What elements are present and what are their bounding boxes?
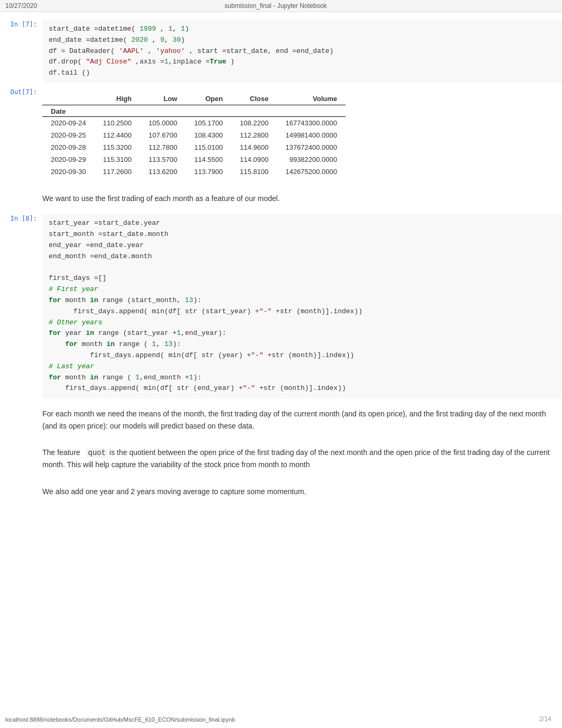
code-line: df = DataReader( 'AAPL' , 'yahoo' , star…: [49, 46, 556, 57]
code-line: start_date =datetime( 1999 , 1, 1): [49, 24, 556, 35]
cell-in8: In [8]: start_year =start_date.year star…: [0, 212, 562, 401]
cell-date: 2020-09-25: [42, 129, 95, 141]
cell-high: 112.4400: [95, 129, 140, 141]
cell-low: 113.6200: [140, 166, 186, 178]
cell-date: 2020-09-29: [42, 153, 95, 166]
col-header-volume: Volume: [277, 93, 346, 105]
output-out7: High Low Open Close Volume Date: [42, 87, 562, 183]
cell-high: 115.3100: [95, 153, 140, 166]
index-spacer: [277, 105, 346, 116]
code-line: df.drop( "Adj Close" ,axis =1,inplace =T…: [49, 57, 556, 68]
browser-bar: 10/27/2020 submission_final - Jupyter No…: [0, 0, 562, 12]
cell-open: 108.4300: [186, 129, 231, 141]
col-header-high: High: [95, 93, 140, 105]
table-row: 2020-09-30 117.2600 113.6200 113.7900 11…: [42, 166, 346, 178]
text-row-1: We want to use the first trading of each…: [0, 185, 562, 212]
text-row-2: For each month we need the means of the …: [0, 401, 562, 439]
text-row-4: We also add one year and 2 years moving …: [0, 478, 562, 505]
table-row: 2020-09-29 115.3100 113.5700 114.5500 11…: [42, 153, 346, 166]
prompt-empty-1: [0, 187, 42, 188]
code-in8: start_year =start_date.year start_month …: [42, 214, 562, 398]
table-index-row: Date: [42, 105, 346, 116]
code-line: end_month =end_date.month: [49, 251, 556, 262]
cell-date: 2020-09-28: [42, 141, 95, 153]
cell-close: 112.2800: [231, 129, 277, 141]
browser-title: submission_final - Jupyter Notebook: [37, 2, 514, 10]
code-line: start_month =start_date.month: [49, 229, 556, 240]
col-header-low: Low: [140, 93, 186, 105]
cell-close: 115.8100: [231, 166, 277, 178]
prompt-empty-4: [0, 480, 42, 481]
table-row: 2020-09-28 115.3200 112.7800 115.0100 11…: [42, 141, 346, 153]
code-line: first_days.append( min(df[ str (year) +"…: [49, 350, 556, 361]
code-line: for month in range (start_month, 13):: [49, 295, 556, 306]
index-spacer: [231, 105, 277, 116]
cell-volume: 137672400.0000: [277, 141, 346, 153]
cell-high: 117.2600: [95, 166, 140, 178]
cell-out7: Out[7]: High Low Open Close Volume Date: [0, 85, 562, 185]
cell-low: 112.7800: [140, 141, 186, 153]
code-line: end_year =end_date.year: [49, 240, 556, 251]
code-line: for month in range ( 1,end_month +1):: [49, 372, 556, 384]
prompt-in8: In [8]:: [0, 214, 42, 222]
prompt-empty-3: [0, 441, 42, 442]
text-paragraph-4: We also add one year and 2 years moving …: [42, 480, 562, 503]
table-row: 2020-09-25 112.4400 107.6700 108.4300 11…: [42, 129, 346, 141]
code-line: # First year: [49, 284, 556, 295]
text-paragraph-1: We want to use the first trading of each…: [42, 187, 562, 210]
text-paragraph-3: The feature quot is the quotient between…: [42, 441, 562, 476]
cell-open: 114.5500: [186, 153, 231, 166]
cell-high: 115.3200: [95, 141, 140, 153]
text-paragraph-2: For each month we need the means of the …: [42, 403, 562, 437]
code-line: start_year =start_date.year: [49, 218, 556, 229]
index-label: Date: [42, 105, 95, 116]
code-line: end_date =datetime( 2020 , 9, 30): [49, 35, 556, 46]
cell-low: 113.5700: [140, 153, 186, 166]
code-line: # Other years: [49, 317, 556, 329]
dataframe-table: High Low Open Close Volume Date: [42, 93, 346, 178]
col-header-index: [42, 93, 95, 105]
cell-close: 114.9600: [231, 141, 277, 153]
cell-low: 107.6700: [140, 129, 186, 141]
notebook-page: In [7]: start_date =datetime( 1999 , 1, …: [0, 12, 562, 526]
code-line: # Last year: [49, 361, 556, 372]
cell-close: 114.0900: [231, 153, 277, 166]
cell-date: 2020-09-24: [42, 116, 95, 129]
text-row-3: The feature quot is the quotient between…: [0, 439, 562, 478]
cell-date: 2020-09-30: [42, 166, 95, 178]
prompt-empty-2: [0, 403, 42, 404]
index-spacer: [186, 105, 231, 116]
browser-date: 10/27/2020: [5, 2, 37, 10]
cell-volume: 167743300.0000: [277, 116, 346, 129]
col-header-close: Close: [231, 93, 277, 105]
code-line: for year in range (start_year +1,end_yea…: [49, 328, 556, 339]
cell-volume: 142675200.0000: [277, 166, 346, 178]
cell-high: 110.2500: [95, 116, 140, 129]
cell-open: 105.1700: [186, 116, 231, 129]
code-in7: start_date =datetime( 1999 , 1, 1) end_d…: [42, 20, 562, 83]
prompt-out7: Out[7]:: [0, 87, 42, 96]
col-header-open: Open: [186, 93, 231, 105]
code-line: first_days.append( min(df[ str (start_ye…: [49, 306, 556, 317]
prompt-in7: In [7]:: [0, 20, 42, 28]
index-spacer: [140, 105, 186, 116]
cell-close: 108.2200: [231, 116, 277, 129]
index-spacer: [95, 105, 140, 116]
cell-volume: 99382200.0000: [277, 153, 346, 166]
cell-open: 113.7900: [186, 166, 231, 178]
cell-in7: In [7]: start_date =datetime( 1999 , 1, …: [0, 17, 562, 85]
table-row: 2020-09-24 110.2500 105.0000 105.1700 10…: [42, 116, 346, 129]
cell-low: 105.0000: [140, 116, 186, 129]
cell-open: 115.0100: [186, 141, 231, 153]
code-line: [49, 262, 556, 274]
code-line: first_days.append( min(df[ str (end_year…: [49, 383, 556, 394]
code-line: first_days =[]: [49, 273, 556, 284]
code-line: for month in range ( 1, 13):: [49, 339, 556, 350]
code-line: df.tail (): [49, 68, 556, 79]
cell-volume: 149981400.0000: [277, 129, 346, 141]
